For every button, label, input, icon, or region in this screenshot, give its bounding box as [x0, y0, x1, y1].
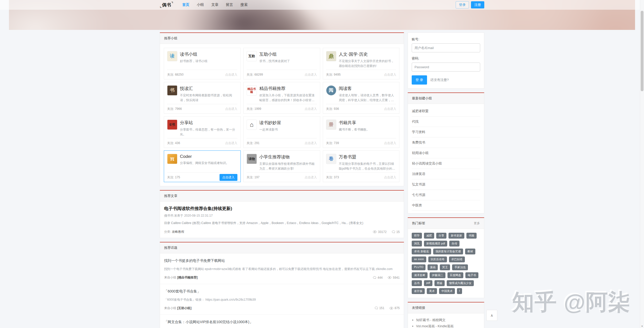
- nav-item[interactable]: 文章: [211, 3, 218, 7]
- tag[interactable]: 手冢治虫: [452, 264, 468, 270]
- scrollbar[interactable]: ▾: [640, 0, 644, 328]
- tag[interactable]: 哲学: [412, 233, 422, 239]
- tag[interactable]: 图鉴: [434, 280, 445, 286]
- enter-group-link[interactable]: 点击进入: [225, 73, 237, 77]
- nav-item[interactable]: 首页: [182, 3, 189, 7]
- enter-group-link[interactable]: 点击进入: [384, 73, 396, 77]
- enter-group-link[interactable]: 点击进入: [384, 141, 396, 145]
- tag[interactable]: 洞见: [412, 241, 422, 247]
- enter-group-link[interactable]: 点击进入: [305, 141, 317, 145]
- tag[interactable]: 新书更新: [448, 233, 464, 239]
- friend-link[interactable]: 知轩藏书 - 精校网文: [416, 317, 480, 323]
- tag[interactable]: 新视线俄语 pdf: [424, 241, 447, 247]
- tag[interactable]: l: [457, 288, 462, 294]
- tag[interactable]: 百度网盘: [447, 272, 463, 278]
- more-tags-link[interactable]: 更多: [474, 221, 480, 226]
- scrollbar-thumb[interactable]: [641, 11, 643, 91]
- new-group-item[interactable]: 轻阅读小组: [412, 148, 480, 158]
- login-button[interactable]: 登录: [456, 1, 469, 8]
- topic-title[interactable]: 「6000套电子书合集」: [164, 289, 400, 294]
- group-card[interactable]: 鼎 人文·国学·历史 不定期分享关于人文国学历史类的好书，愿你能在这找到自己需要…: [323, 48, 400, 79]
- password-input[interactable]: [412, 63, 480, 72]
- tag[interactable]: 电子书: [465, 272, 478, 278]
- group-name[interactable]: 人文·国学·历史: [339, 51, 396, 57]
- login-submit-button[interactable]: 登 录: [412, 75, 427, 85]
- topic-from-group[interactable]: 来自小组 [互助小组]: [164, 306, 191, 310]
- group-name[interactable]: 万卷书盟: [339, 154, 396, 160]
- new-group-item[interactable]: 学习资料: [412, 127, 480, 137]
- tag[interactable]: 分享: [436, 233, 446, 239]
- scrollbar-down-arrow[interactable]: ▾: [640, 325, 644, 327]
- enter-group-link[interactable]: 点击进入: [225, 107, 237, 111]
- tag[interactable]: 美术: [427, 288, 437, 294]
- enter-group-link[interactable]: 点击进入: [384, 107, 396, 111]
- tag[interactable]: 求书 泉镜花: [412, 249, 431, 254]
- group-card[interactable]: 读 读书小组 好书推荐，读书小组 关注: 68250 点击进入: [164, 48, 241, 79]
- nav-item[interactable]: 留言: [226, 3, 233, 7]
- group-card[interactable]: 册 书籍共享 藏书不断，看书懒散。 关注: 739 点击进入: [323, 116, 400, 148]
- new-group-item[interactable]: 轻小说阅读交流小组: [412, 158, 480, 169]
- tag[interactable]: 教材: [465, 249, 475, 254]
- tag[interactable]: 丛书: [412, 280, 422, 286]
- enter-group-link[interactable]: 点击进入: [220, 174, 237, 181]
- group-name[interactable]: 互助小组: [259, 51, 290, 57]
- tag[interactable]: 憧憬成为魔法少女: [447, 280, 474, 286]
- tag[interactable]: 书籍: [466, 233, 477, 239]
- new-group-item[interactable]: 七七书源: [412, 190, 480, 200]
- topic-title[interactable]: 「网文合集：小说网站VIP排名前100完结小说1000本)」: [164, 320, 400, 324]
- group-name[interactable]: 读书妙妙屋: [259, 120, 281, 126]
- enter-group-link[interactable]: 点击进入: [225, 141, 237, 145]
- group-card[interactable]: 卷 万卷书盟 不定期分享所收集的电子书，主要以扫描版pdf电子书为主，也会包含其…: [323, 150, 400, 182]
- enter-group-link[interactable]: 点击进入: [305, 107, 317, 111]
- topic-title[interactable]: 找到一个书挺多的电子书免费下载网站: [164, 259, 400, 263]
- tag[interactable]: 宗庆后传奇: [428, 256, 447, 262]
- new-group-item[interactable]: 弘文书源: [412, 179, 480, 190]
- enter-group-link[interactable]: 点击进入: [384, 175, 396, 180]
- group-card[interactable]: E书 分享站 分享图书，传递思想，有一份热，发一分光。 关注: 436 点击进入: [164, 116, 241, 148]
- topic-group[interactable]: [互助小组]: [177, 306, 191, 310]
- group-card[interactable]: 读物 小学生推荐读物 主要以全国各地学校老师推荐的课外书籍为主，希望大家踊跃分享…: [243, 150, 320, 182]
- article-title[interactable]: 电子书阅读软件推荐合集(持续更新): [164, 206, 400, 212]
- group-card[interactable]: π Coder 分享编程、网络安全书籍或者知识。 关注: 175 点击进入: [164, 150, 241, 182]
- group-card[interactable]: 书 悦读汇 不定时发布网络最新图书资源，轻松阅读，快乐阅读 关注: 7966 点…: [164, 82, 241, 114]
- tag[interactable]: 迷宫饭: [412, 288, 425, 294]
- group-name[interactable]: 读书小组: [180, 51, 208, 57]
- new-group-item[interactable]: 减肥者联盟: [412, 106, 480, 116]
- new-group-item[interactable]: 法律英语: [412, 169, 480, 179]
- group-name[interactable]: 悦读汇: [180, 86, 237, 91]
- tag[interactable]: PLUTO: [412, 264, 425, 270]
- enter-group-link[interactable]: 点击进入: [305, 175, 317, 180]
- register-button[interactable]: 注册: [471, 1, 484, 8]
- tag[interactable]: 中国美术: [439, 288, 455, 294]
- new-group-item[interactable]: 免费找书: [412, 137, 480, 148]
- tag[interactable]: 伊藤润二: [430, 272, 445, 278]
- tag[interactable]: 我的富翁计划金艺谱: [433, 249, 463, 254]
- group-name[interactable]: 分享站: [180, 120, 237, 126]
- group-name[interactable]: 小学生推荐读物: [259, 154, 317, 160]
- register-hint-link[interactable]: 还没有注册?: [430, 78, 449, 82]
- group-name[interactable]: 阅读客: [339, 86, 396, 91]
- username-input[interactable]: [412, 43, 480, 52]
- friend-link[interactable]: Vol.moe漫画 - Kindle漫画: [416, 323, 480, 328]
- group-card[interactable]: 互助 互助小组 求书，找书来这就对了 关注: 68299 点击进入: [243, 48, 320, 79]
- topic-group[interactable]: [精品书籍推荐]: [177, 276, 198, 279]
- tag[interactable]: 减肥: [424, 233, 434, 239]
- enter-group-link[interactable]: 点击进入: [305, 73, 317, 77]
- nav-item[interactable]: 搜索: [240, 3, 248, 7]
- tag[interactable]: 漫画: [428, 264, 438, 270]
- topic-from-group[interactable]: 来自小组 [精品书籍推荐]: [164, 275, 198, 280]
- nav-item[interactable]: 小组: [197, 3, 204, 7]
- group-card[interactable]: ⌂ 读书妙妙屋 一起来读新书 关注: 291 点击进入: [243, 116, 320, 148]
- tag[interactable]: 自传: [449, 241, 459, 247]
- group-name[interactable]: Coder: [180, 154, 229, 159]
- tag[interactable]: pdf: [424, 280, 432, 286]
- new-group-item[interactable]: 代找: [412, 116, 480, 127]
- group-card[interactable]: 精品书籍 精品书籍推荐 欢迎加入本小组，下载资源失效请在置顶帖留言，感谢你的到来…: [243, 82, 320, 114]
- group-name[interactable]: 书籍共享: [339, 120, 370, 126]
- category-link[interactable]: 攻略教程: [172, 230, 184, 233]
- tag[interactable]: as soon: [412, 256, 426, 262]
- new-group-item[interactable]: 中医类: [412, 200, 480, 211]
- site-logo[interactable]: ⌞偶书⌝: [160, 1, 174, 9]
- back-to-top-button[interactable]: ∧: [486, 310, 497, 321]
- tag[interactable]: 冥王: [440, 264, 450, 270]
